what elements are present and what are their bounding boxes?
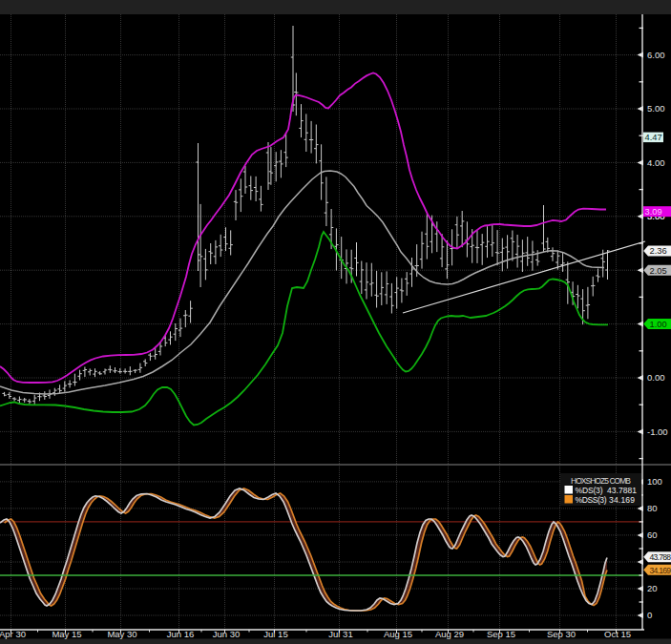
svg-text:1.00: 1.00 (650, 320, 667, 329)
svg-text:60: 60 (647, 530, 658, 540)
svg-text:43.788: 43.788 (650, 552, 671, 562)
svg-text:-1.00: -1.00 (647, 426, 668, 437)
svg-text:Oct 15: Oct 15 (604, 629, 631, 639)
svg-text:34.169: 34.169 (609, 495, 635, 505)
svg-text:Aug 29: Aug 29 (435, 629, 464, 639)
svg-text:%DSS(3): %DSS(3) (576, 495, 607, 505)
svg-text:HOXSHOZ5 COMB: HOXSHOZ5 COMB (571, 476, 631, 486)
svg-text:100: 100 (647, 476, 662, 487)
svg-text:Apr 30: Apr 30 (0, 629, 26, 639)
svg-text:0: 0 (647, 610, 652, 620)
svg-text:Jun 30: Jun 30 (213, 629, 241, 639)
svg-text:2.36: 2.36 (650, 246, 667, 256)
svg-text:Sep 30: Sep 30 (547, 629, 576, 639)
svg-text:0.00: 0.00 (647, 372, 665, 383)
svg-text:Aug 15: Aug 15 (384, 629, 412, 639)
svg-text:Jun 16: Jun 16 (167, 629, 195, 639)
svg-text:6.00: 6.00 (647, 50, 665, 60)
svg-text:3.09: 3.09 (645, 207, 662, 217)
svg-text:20: 20 (647, 583, 658, 593)
svg-text:34.169: 34.169 (650, 566, 671, 575)
svg-text:Jul 15: Jul 15 (263, 629, 287, 639)
svg-text:%DS(3): %DS(3) (576, 486, 603, 495)
svg-text:80: 80 (647, 503, 658, 513)
svg-text:Jul 31: Jul 31 (328, 629, 352, 639)
svg-text:May 15: May 15 (52, 629, 81, 639)
svg-text:2.05: 2.05 (650, 266, 667, 276)
svg-text:4.00: 4.00 (647, 157, 665, 168)
svg-text:43.7881: 43.7881 (607, 486, 637, 495)
svg-text:5.00: 5.00 (647, 103, 665, 114)
svg-text:Sep 15: Sep 15 (487, 629, 515, 639)
svg-text:4.47: 4.47 (645, 133, 662, 142)
svg-text:May 30: May 30 (107, 629, 136, 639)
